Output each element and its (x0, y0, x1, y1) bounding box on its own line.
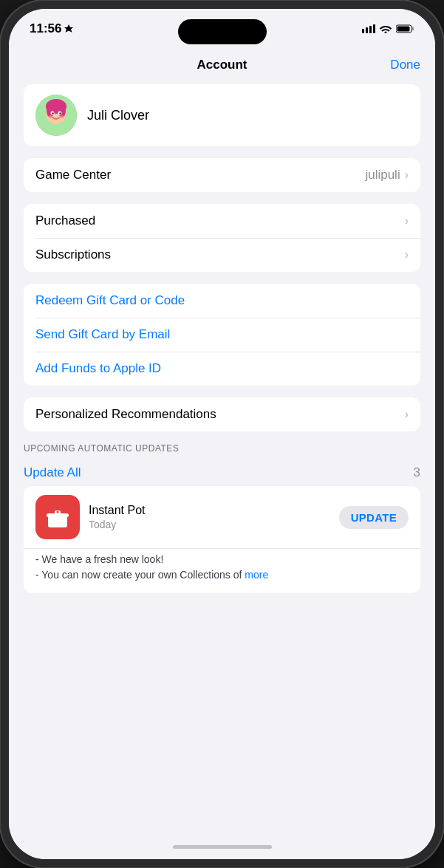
nav-bar: Account Done (9, 49, 435, 78)
instant-pot-icon-svg (41, 501, 74, 533)
update-all-row[interactable]: Update All 3 (9, 459, 435, 486)
app-info: Instant Pot Today (89, 504, 330, 530)
svg-point-14 (52, 112, 54, 115)
status-bar: 11:56 (9, 9, 435, 49)
profile-section: Juli Clover (24, 84, 420, 146)
game-center-value: julipuli (365, 168, 400, 182)
page-title: Account (197, 58, 247, 72)
svg-rect-1 (366, 27, 368, 33)
update-button[interactable]: UPDATE (339, 506, 409, 529)
purchased-label: Purchased (35, 213, 405, 228)
done-button[interactable]: Done (390, 58, 420, 72)
time-display: 11:56 (30, 21, 61, 36)
status-icons (362, 24, 414, 33)
update-all-label: Update All (24, 465, 414, 480)
game-center-row[interactable]: Game Center julipuli › (24, 158, 420, 192)
purchased-chevron: › (405, 214, 409, 228)
send-gift-card-row[interactable]: Send Gift Card by Email (24, 318, 420, 352)
battery-icon (396, 24, 414, 33)
add-funds-label: Add Funds to Apple ID (35, 361, 161, 376)
subscriptions-label: Subscriptions (35, 247, 405, 262)
avatar-image (35, 95, 77, 136)
send-gift-card-label: Send Gift Card by Email (35, 327, 170, 342)
content-scroll: Juli Clover Game Center julipuli › (9, 78, 435, 834)
svg-point-24 (61, 511, 64, 513)
game-center-card[interactable]: Game Center julipuli › (24, 158, 420, 192)
app-update-card: Instant Pot Today UPDATE - We have a fre… (24, 486, 420, 593)
add-funds-row[interactable]: Add Funds to Apple ID (24, 352, 420, 386)
status-time: 11:56 (30, 21, 73, 36)
app-update-row: Instant Pot Today UPDATE (24, 486, 420, 548)
upcoming-updates-header: UPCOMING AUTOMATIC UPDATES (9, 443, 435, 459)
svg-rect-19 (48, 516, 67, 527)
avatar (35, 95, 77, 136)
svg-point-15 (59, 112, 61, 115)
svg-rect-2 (369, 26, 372, 33)
home-bar (173, 845, 272, 849)
game-center-chevron: › (405, 168, 409, 182)
svg-point-22 (52, 511, 55, 513)
signal-icon (362, 24, 375, 33)
profile-card[interactable]: Juli Clover (24, 84, 420, 146)
more-link[interactable]: more (245, 569, 268, 581)
svg-rect-5 (412, 27, 414, 31)
svg-rect-6 (397, 27, 410, 32)
subscriptions-row[interactable]: Subscriptions › (24, 238, 420, 272)
profile-row[interactable]: Juli Clover (24, 84, 420, 146)
app-icon (35, 495, 80, 539)
svg-point-16 (48, 115, 52, 118)
game-center-label: Game Center (35, 168, 365, 182)
personalized-rec-section: Personalized Recommendations › (24, 397, 420, 431)
game-center-section: Game Center julipuli › (24, 158, 420, 192)
links-section: Redeem Gift Card or Code Send Gift Card … (24, 284, 420, 386)
purchased-section: Purchased › Subscriptions › (24, 204, 420, 272)
personalized-rec-card[interactable]: Personalized Recommendations › (24, 397, 420, 431)
svg-point-17 (60, 115, 64, 118)
app-date: Today (89, 519, 330, 530)
personalized-rec-row[interactable]: Personalized Recommendations › (24, 397, 420, 431)
app-name: Instant Pot (89, 504, 330, 517)
profile-name: Juli Clover (87, 108, 149, 123)
redeem-gift-card-label: Redeem Gift Card or Code (35, 293, 185, 308)
app-note-line1: - We have a fresh new look! (35, 553, 163, 565)
personalized-rec-chevron: › (405, 408, 409, 421)
wifi-icon (380, 24, 392, 33)
svg-rect-3 (373, 24, 375, 33)
location-icon (64, 24, 73, 33)
links-card: Redeem Gift Card or Code Send Gift Card … (24, 284, 420, 386)
personalized-rec-label: Personalized Recommendations (35, 407, 405, 422)
redeem-gift-card-row[interactable]: Redeem Gift Card or Code (24, 284, 420, 318)
purchased-row[interactable]: Purchased › (24, 204, 420, 238)
update-count: 3 (414, 465, 420, 480)
svg-point-23 (57, 511, 59, 513)
home-indicator (9, 834, 435, 859)
app-note-line2: - You can now create your own Collection… (35, 569, 242, 581)
purchased-card: Purchased › Subscriptions › (24, 204, 420, 272)
dynamic-island (178, 19, 267, 44)
app-notes: - We have a fresh new look! - You can no… (24, 548, 420, 593)
subscriptions-chevron: › (405, 248, 409, 262)
svg-rect-0 (362, 29, 364, 33)
